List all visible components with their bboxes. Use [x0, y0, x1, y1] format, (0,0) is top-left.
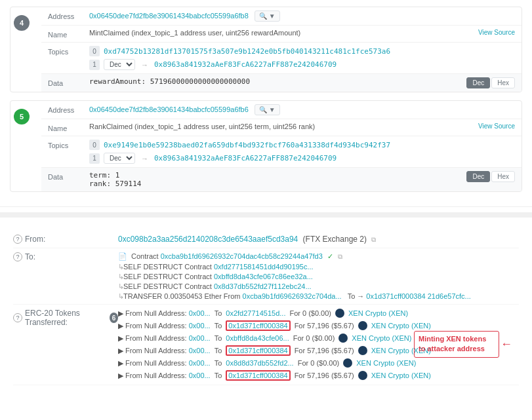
bottom-section: ? From: 0xc098b2a3aa256d2140208c3de6543a… [0, 223, 532, 393]
transfer-from-3: ▶ From Null Address: 0x00... [118, 334, 211, 343]
data-term: 1 [115, 171, 120, 180]
transfer-for-2: For 57,196 ($5.67) [295, 322, 354, 330]
topic-hash-4-0: 0xd74752b13281df13701575f3a507e9b1242e0b… [104, 47, 390, 56]
transfer-row-1: ▶ From Null Address: 0x00... To 0x2fd277… [118, 309, 519, 318]
transfer-to-label-2: To [215, 322, 222, 330]
to-self-destruct-2[interactable]: 0xbffd8da43cfe067c86ee32a... [214, 273, 313, 280]
topic-decode-select-4-1[interactable]: DecHex [104, 59, 135, 70]
transfer-from-2: ▶ From Null Address: 0x00... [118, 322, 211, 330]
log-address-row-5: Address 0x06450dee7fd2fb8e39061434babcfc… [41, 101, 522, 119]
topic-addr-5-1[interactable]: 0x8963a841932aAeF83FcA6227aFF887e2420467… [154, 154, 337, 162]
xen-token-icon-1 [335, 309, 344, 318]
to-contract-main: 📄 Contract 0xcba9b1fd69626932c704dac4cb5… [118, 252, 519, 261]
log-topics-row-5: Topics 0 0xe9149e1b0e59238baed02fa659dbf… [41, 136, 522, 168]
log-data-row-4: Data rewardAmount: 571960000000000000000… [41, 74, 522, 92]
topic-index-5-0: 0 [89, 140, 100, 150]
address-link-4[interactable]: 0x06450dee7fd2fb8e39061434babcfc05599a6f… [89, 12, 249, 20]
from-help-icon[interactable]: ? [13, 235, 22, 244]
section-divider [0, 212, 532, 218]
transfer-to-addr-6-highlighted[interactable]: 0x1d371cff000384 [226, 370, 290, 381]
main-container: 4 Address 0x06450dee7fd2fb8e39061434babc… [0, 0, 532, 393]
topic-decode-select-5-1[interactable]: DecHex [104, 153, 135, 164]
data-key-4: rewardAmount: 57196000000000000000000 [89, 77, 250, 86]
data-pairs-5: term: 1 rank: 579114 [89, 171, 466, 188]
to-item-3: SELF DESTRUCT Contract 0x8d37db552fd27f1… [118, 282, 519, 290]
address-search-btn-5[interactable]: 🔍 ▼ [255, 104, 280, 115]
from-value: 0xc098b2a3aa256d2140208c3de6543aaef5cd3a… [118, 235, 519, 244]
to-contract-address[interactable]: 0xcba9b1fd69626932c704dac4cb58c29244a47f… [161, 252, 323, 260]
to-self-destruct-1[interactable]: 0xfd2771581451dd4d90195c... [214, 263, 314, 271]
data-val-4: 57196000000000000000000 [150, 77, 250, 86]
data-label-4: Data [48, 77, 84, 87]
transfer-null-2[interactable]: 0x00... [189, 322, 211, 330]
erc20-label: ? ERC-20 Tokens Transferred: 6 [13, 309, 118, 327]
contract-check-icon: ✓ [327, 252, 333, 260]
view-source-4[interactable]: View Source [478, 29, 515, 36]
data-content-5: term: 1 rank: 579114 [89, 171, 466, 188]
log-data-row-5: Data term: 1 rank: 579114 Dec Hex [41, 168, 522, 191]
hex-btn-4[interactable]: Hex [491, 77, 515, 88]
erc20-badge: 6 [110, 313, 118, 323]
log-topics-row-4: Topics 0 0xd74752b13281df13701575f3a507e… [41, 43, 522, 74]
token-name-6[interactable]: XEN Crypto (XEN) [371, 372, 431, 379]
log-number-4: 4 [14, 15, 30, 31]
to-transfer-to[interactable]: 0x1d371cff000384 21d6e57cfc... [366, 292, 470, 300]
address-link-5[interactable]: 0x06450dee7fd2fb8e39061434babcfc05599a6f… [89, 105, 249, 113]
to-item-4: TRANSFER 0.00350453 Ether From 0xcba9b1f… [118, 292, 519, 300]
transfer-to-label-5: To [215, 359, 222, 367]
to-self-destruct-3[interactable]: 0x8d37db552fd27f112ebc24... [214, 282, 312, 290]
transfer-for-1: For 0 ($0.00) [289, 309, 331, 317]
erc20-help-icon[interactable]: ? [13, 313, 22, 322]
transfer-to-addr-4-highlighted[interactable]: 0x1d371cff000384 [226, 345, 290, 356]
view-source-5[interactable]: View Source [478, 123, 515, 130]
transfer-to-addr-5[interactable]: 0x8d8d37db552fd2... [226, 359, 293, 367]
from-copy-icon[interactable]: ⧉ [371, 236, 376, 243]
transfer-to-addr-1[interactable]: 0x2fd27714515d... [226, 309, 285, 317]
data-btn-group-4: Dec Hex [466, 77, 515, 88]
transfer-to-addr-3[interactable]: 0xbffd8da43cfe06... [226, 334, 289, 342]
token-name-3[interactable]: XEN Crypto (XEN) [352, 334, 411, 342]
topic-index-5-1: 1 [89, 153, 100, 164]
topic-item-4-1: 1 DecHex → 0x8963a841932aAeF83FcA6227aFF… [89, 59, 515, 70]
hex-btn-5[interactable]: Hex [491, 171, 515, 182]
transfer-null-1[interactable]: 0x00... [189, 309, 211, 317]
xen-token-icon-5 [343, 358, 352, 368]
transfer-null-3[interactable]: 0x00... [189, 334, 211, 342]
to-value: 📄 Contract 0xcba9b1fd69626932c704dac4cb5… [118, 252, 519, 300]
dec-btn-5[interactable]: Dec [466, 171, 490, 182]
xen-token-icon-2 [358, 321, 367, 330]
from-row: ? From: 0xc098b2a3aa256d2140208c3de6543a… [13, 231, 519, 248]
to-help-icon[interactable]: ? [13, 252, 22, 261]
token-name-1[interactable]: XEN Crypto (XEN) [348, 309, 408, 317]
transfer-for-6: For 57,196 ($5.67) [295, 372, 354, 379]
transfer-from-5: ▶ From Null Address: 0x00... [118, 359, 211, 368]
topics-value-4: 0 0xd74752b13281df13701575f3a507e9b1242e… [89, 46, 515, 70]
transfer-null-6[interactable]: 0x00... [189, 372, 211, 379]
name-value-4: MintClaimed (index_topic_1 address user,… [89, 29, 476, 37]
address-search-btn-4[interactable]: 🔍 ▼ [255, 10, 280, 22]
transfer-to-label-1: To [215, 309, 222, 317]
token-name-5[interactable]: XEN Crypto (XEN) [356, 359, 416, 367]
transfer-row-2: ▶ From Null Address: 0x00... To 0x1d371c… [118, 320, 519, 331]
transfer-row-6: ▶ From Null Address: 0x00... To 0x1d371c… [118, 370, 519, 381]
data-label-5: Data [48, 171, 84, 181]
transfer-null-5[interactable]: 0x00... [189, 359, 211, 367]
address-value-4: 0x06450dee7fd2fb8e39061434babcfc05599a6f… [89, 10, 515, 22]
token-name-2[interactable]: XEN Crypto (XEN) [371, 322, 431, 330]
transfer-for-3: For 0 ($0.00) [293, 334, 335, 342]
topic-addr-4-1[interactable]: 0x8963a841932aAeF83FcA6227aFF887e2420467… [154, 60, 337, 69]
topics-list-4: 0 0xd74752b13281df13701575f3a507e9b1242e… [89, 46, 515, 70]
transfer-null-4[interactable]: 0x00... [189, 347, 211, 354]
from-tag: (FTX Exchange 2) [303, 235, 367, 244]
transfer-to-addr-2-highlighted[interactable]: 0x1d371cff000384 [226, 320, 290, 331]
to-copy-icon[interactable]: ⧉ [338, 253, 342, 260]
transfer-to-label-6: To [215, 372, 222, 379]
to-transfer-from[interactable]: 0xcba9b1fd69626932c704da... [243, 292, 342, 300]
log-address-row-4: Address 0x06450dee7fd2fb8e39061434babcfc… [41, 7, 522, 26]
dec-btn-4[interactable]: Dec [466, 77, 490, 88]
erc20-label-text: ERC-20 Tokens Transferred: [25, 309, 107, 327]
data-rank: 579114 [115, 180, 142, 188]
xen-token-icon-6 [358, 371, 367, 380]
from-label-text: From: [25, 235, 45, 244]
from-address[interactable]: 0xc098b2a3aa256d2140208c3de6543aaef5cd3a… [118, 235, 298, 244]
